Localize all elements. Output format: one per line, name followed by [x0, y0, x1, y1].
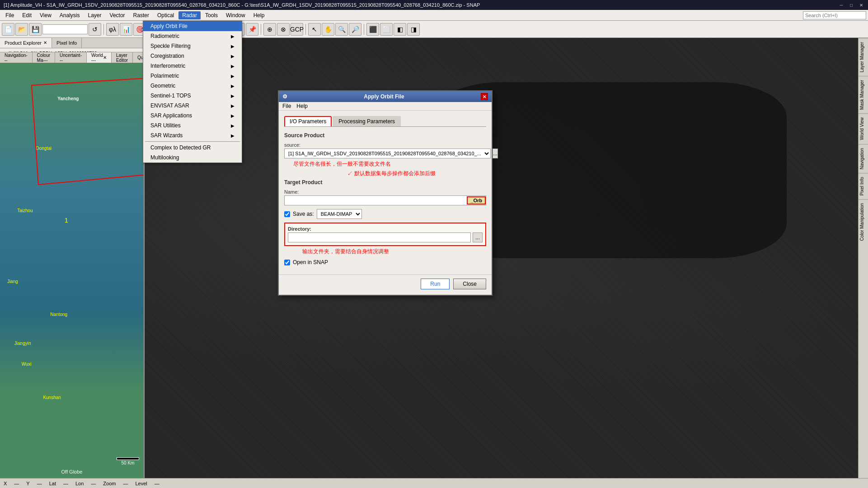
open-btn[interactable]: 📂 [15, 23, 28, 36]
save-format-select[interactable]: BEAM-DIMAP [317, 209, 362, 219]
menu-optical[interactable]: Optical [154, 11, 178, 19]
toolbar-sep4 [305, 24, 306, 35]
menu-layer[interactable]: Layer [84, 11, 105, 19]
zoom-in-btn[interactable]: 🔍 [335, 23, 348, 36]
dd-envisat[interactable]: ENVISAT ASAR ▶ [143, 101, 242, 111]
tb-btn1[interactable]: φλ [106, 23, 119, 36]
menu-window[interactable]: Window [222, 11, 249, 19]
menu-tools[interactable]: Tools [202, 11, 221, 19]
toolbar: 📄 📂 💾 346.3/6120MB ↺ φλ 📊 🎯 🔍 📈 📉 Σ ⚙ 🔧 … [0, 21, 868, 38]
cursor-btn[interactable]: ↖ [308, 23, 321, 36]
dd-complex-label: Complex to Detected GR [150, 144, 211, 151]
search-input[interactable] [803, 11, 866, 19]
tb-btn13[interactable]: ⊗ [277, 23, 290, 36]
sar-coverage [0, 63, 144, 478]
zoom-out-btn[interactable]: 🔎 [349, 23, 361, 36]
dd-multilook-label: Multilooking [150, 154, 179, 161]
right-tab-layer-manager[interactable]: Layer Manager [859, 38, 868, 76]
menu-edit[interactable]: Edit [19, 11, 35, 19]
tab-navigation[interactable]: Navigation--- [0, 52, 33, 63]
tab-product-explorer[interactable]: Product Explorer ✕ [0, 38, 52, 48]
minimize-btn[interactable]: ─ [838, 2, 845, 8]
menu-view[interactable]: View [36, 11, 55, 19]
dd-sar-wizards[interactable]: SAR Wizards ▶ [143, 130, 242, 140]
name-input-container: S1A_IW_GRDH_1SDV_20190828T095515_2019082… [284, 195, 486, 205]
new-btn[interactable]: 📄 [2, 23, 14, 36]
tb-btn2[interactable]: 📊 [120, 23, 132, 36]
zoom-display[interactable]: 346.3/6120MB [42, 24, 88, 34]
dd-interferometric[interactable]: Interferometric ▶ [143, 61, 242, 71]
dd-sar-utils[interactable]: SAR Utilities ▶ [143, 121, 242, 130]
tab-world[interactable]: World --- ✕ [87, 52, 112, 63]
right-tab-color[interactable]: Color Manipulation [859, 199, 868, 244]
tb-view2[interactable]: ⬜ [380, 23, 393, 36]
dialog-menu-file[interactable]: File [282, 103, 291, 109]
dd-sep1 [145, 141, 240, 142]
tb-btn11[interactable]: 📌 [246, 23, 258, 36]
tb-btn14[interactable]: GCP [291, 23, 303, 36]
dd-speckle-arrow: ▶ [231, 44, 235, 49]
close-btn[interactable]: ✕ [858, 2, 864, 8]
tab-uncertainty[interactable]: Uncertaint--- [55, 52, 87, 63]
dd-polarimetric[interactable]: Polarimetric ▶ [143, 71, 242, 81]
directory-section: Directory: G:\test ... [284, 223, 486, 246]
dialog-menu-help[interactable]: Help [296, 103, 308, 109]
menu-file[interactable]: File [2, 11, 18, 19]
dd-coregistration[interactable]: Coregistration ▶ [143, 51, 242, 61]
menu-help[interactable]: Help [250, 11, 268, 19]
dd-sar-apps[interactable]: SAR Applications ▶ [143, 111, 242, 121]
tab-world-close[interactable]: ✕ [103, 55, 107, 60]
dd-sentinel1[interactable]: Sentinel-1 TOPS ▶ [143, 91, 242, 101]
dd-polar-arrow: ▶ [231, 74, 235, 79]
save-as-label: Save as: [293, 211, 314, 217]
right-tab-navigation[interactable]: Navigation [859, 144, 868, 173]
right-panel: Layer Manager Mask Manager World View Na… [858, 38, 868, 478]
save-as-checkbox[interactable] [284, 211, 290, 217]
menu-raster[interactable]: Raster [130, 11, 153, 19]
right-tab-pixel-info[interactable]: Pixel Info [859, 173, 868, 199]
dir-browse-btn[interactable]: ... [473, 232, 483, 242]
dd-geometric[interactable]: Geometric ▶ [143, 81, 242, 91]
tab-colour[interactable]: Colour Ma--- [33, 52, 55, 63]
source-select[interactable]: [1] S1A_IW_GRDH_1SDV_20190828T095515_201… [284, 149, 491, 158]
tb-btn12[interactable]: ⊕ [263, 23, 276, 36]
dialog-tab-io[interactable]: I/O Parameters [284, 116, 332, 126]
menu-analysis[interactable]: Analysis [56, 11, 84, 19]
pan-btn[interactable]: ✋ [322, 23, 334, 36]
run-button[interactable]: Run [421, 279, 450, 289]
svg-marker-0 [32, 76, 144, 185]
dd-speckle[interactable]: Speckle Filtering ▶ [143, 41, 242, 51]
name-input[interactable]: S1A_IW_GRDH_1SDV_20190828T095515_2019082… [285, 196, 467, 205]
dialog-close-btn[interactable]: ✕ [481, 93, 488, 100]
right-tab-mask-manager[interactable]: Mask Manager [859, 76, 868, 113]
save-btn[interactable]: 💾 [29, 23, 42, 36]
window-controls: ─ □ ✕ [838, 2, 864, 8]
close-button[interactable]: Close [453, 279, 486, 289]
tb-view1[interactable]: ⬛ [366, 23, 379, 36]
maximize-btn[interactable]: □ [848, 2, 854, 8]
dd-radiometric[interactable]: Radiometric ▶ [143, 31, 242, 41]
dd-apply-orbit-label: Apply Orbit File [150, 23, 188, 29]
dd-apply-orbit[interactable]: Apply Orbit File [143, 21, 242, 31]
dialog-titlebar: ⚙ Apply Orbit File ✕ [279, 91, 492, 102]
refresh-btn[interactable]: ↺ [89, 23, 101, 36]
right-tab-world-view[interactable]: World View [859, 113, 868, 144]
dialog-tab-processing[interactable]: Processing Parameters [333, 116, 401, 126]
status-zoom-val: — [123, 481, 128, 486]
tb-view3[interactable]: ◧ [394, 23, 406, 36]
status-lon-label: Lon [75, 481, 84, 486]
toolbar-sep1 [103, 24, 104, 35]
dir-input[interactable]: G:\test [288, 232, 471, 242]
dd-multilooking[interactable]: Multilooking [143, 153, 242, 163]
source-browse-btn[interactable]: ... [493, 149, 498, 158]
dialog-title-text: Apply Orbit File [364, 93, 404, 100]
dd-complex[interactable]: Complex to Detected GR [143, 143, 242, 153]
source-input-row: [1] S1A_IW_GRDH_1SDV_20190828T095515_201… [284, 149, 486, 158]
menu-vector[interactable]: Vector [106, 11, 129, 19]
tb-view4[interactable]: ◨ [407, 23, 420, 36]
menu-radar[interactable]: Radar [178, 11, 201, 19]
tab-pixel-info[interactable]: Pixel Info [52, 38, 82, 48]
status-y-label: Y [26, 481, 29, 486]
open-snap-checkbox[interactable] [284, 260, 290, 265]
tab-layer-editor[interactable]: Layer Editor [112, 52, 133, 63]
